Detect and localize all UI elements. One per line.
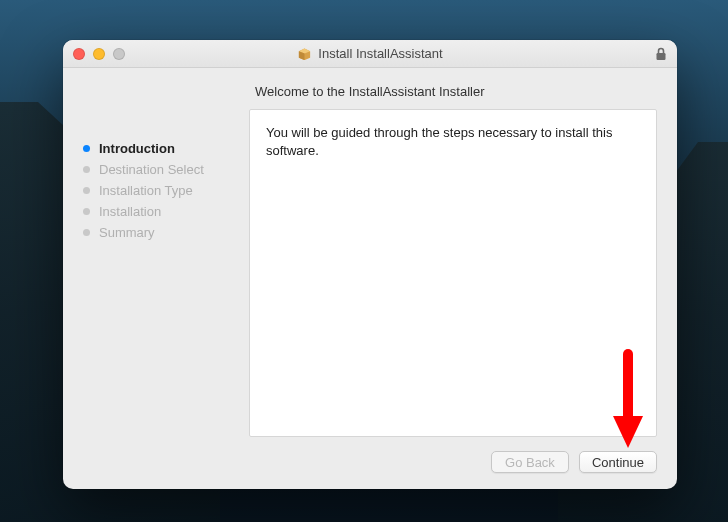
step-dot-icon: [83, 229, 90, 236]
button-row: Go Back Continue: [83, 437, 657, 473]
step-dot-icon: [83, 187, 90, 194]
svg-rect-3: [657, 53, 666, 60]
lock-area: [655, 47, 677, 61]
sidebar-item-destination-select: Destination Select: [83, 159, 233, 180]
close-button[interactable]: [73, 48, 85, 60]
sidebar-item-label: Installation Type: [99, 183, 193, 198]
main-row: Introduction Destination Select Installa…: [83, 68, 657, 437]
zoom-button: [113, 48, 125, 60]
step-dot-icon: [83, 208, 90, 215]
installer-window: Install InstallAssistant Introduction De…: [63, 40, 677, 489]
sidebar-item-label: Destination Select: [99, 162, 204, 177]
go-back-button: Go Back: [491, 451, 569, 473]
continue-button[interactable]: Continue: [579, 451, 657, 473]
lock-icon[interactable]: [655, 47, 667, 61]
content-panel: You will be guided through the steps nec…: [249, 109, 657, 437]
sidebar-item-installation: Installation: [83, 201, 233, 222]
content-column: Welcome to the InstallAssistant Installe…: [249, 68, 657, 437]
sidebar-item-label: Introduction: [99, 141, 175, 156]
page-heading: Welcome to the InstallAssistant Installe…: [249, 68, 657, 109]
titlebar[interactable]: Install InstallAssistant: [63, 40, 677, 68]
step-dot-icon: [83, 145, 90, 152]
sidebar-item-installation-type: Installation Type: [83, 180, 233, 201]
window-title: Install InstallAssistant: [318, 46, 442, 61]
sidebar-item-label: Installation: [99, 204, 161, 219]
welcome-text: You will be guided through the steps nec…: [266, 125, 612, 158]
sidebar-item-label: Summary: [99, 225, 155, 240]
step-dot-icon: [83, 166, 90, 173]
minimize-button[interactable]: [93, 48, 105, 60]
window-controls: [63, 48, 125, 60]
svg-marker-2: [299, 51, 305, 60]
package-icon: [297, 48, 312, 60]
window-body: Introduction Destination Select Installa…: [63, 68, 677, 489]
window-title-area: Install InstallAssistant: [63, 46, 677, 61]
steps-sidebar: Introduction Destination Select Installa…: [83, 68, 233, 437]
svg-marker-0: [299, 48, 310, 60]
svg-marker-1: [299, 48, 310, 53]
sidebar-item-summary: Summary: [83, 222, 233, 243]
sidebar-item-introduction: Introduction: [83, 138, 233, 159]
